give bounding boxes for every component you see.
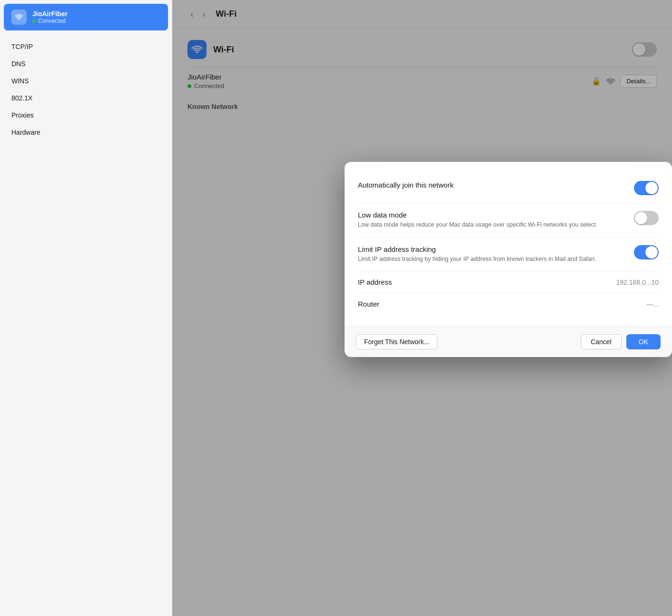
app-window: 🔍 Mukesh Bhardwaj Apple ID xyxy=(0,0,672,616)
cancel-button[interactable]: Cancel xyxy=(581,334,622,349)
menu-item-proxies[interactable]: Proxies xyxy=(0,107,172,124)
router-row: Router —... xyxy=(358,293,659,315)
ip-address-label: IP address xyxy=(358,278,392,286)
ip-address-value: 192.168.0...10 xyxy=(616,278,659,286)
selected-network-item[interactable]: JioAirFiber Connected xyxy=(4,4,168,30)
auto-join-toggle[interactable] xyxy=(634,181,659,195)
modal-footer: Forget This Network... Cancel OK xyxy=(345,326,672,357)
router-label: Router xyxy=(358,300,379,308)
low-data-info: Low data mode Low data mode helps reduce… xyxy=(358,211,634,229)
menu-item-wins[interactable]: WINS xyxy=(0,72,172,89)
selected-network-status-row: Connected xyxy=(32,18,68,24)
network-list-panel: JioAirFiber Connected TCP/IP DNS WINS 80… xyxy=(0,0,172,616)
menu-item-dns[interactable]: DNS xyxy=(0,55,172,72)
modal-body: Automatically join this network Low data… xyxy=(345,162,672,326)
low-data-description: Low data mode helps reduce your Mac data… xyxy=(358,221,626,229)
forget-network-button[interactable]: Forget This Network... xyxy=(356,334,437,349)
router-value: —... xyxy=(646,300,659,308)
overlay: JioAirFiber Connected TCP/IP DNS WINS 80… xyxy=(0,0,672,616)
menu-item-tcpip[interactable]: TCP/IP xyxy=(0,38,172,55)
auto-join-info: Automatically join this network xyxy=(358,181,634,191)
network-menu-list: TCP/IP DNS WINS 802.1X Proxies Hardware xyxy=(0,34,172,145)
ip-address-row: IP address 192.168.0...10 xyxy=(358,271,659,293)
low-data-title: Low data mode xyxy=(358,211,626,219)
limit-ip-description: Limit IP address tracking by hiding your… xyxy=(358,255,626,264)
selected-network-name: JioAirFiber xyxy=(32,10,68,18)
auto-join-row: Automatically join this network xyxy=(358,173,659,203)
menu-item-8021x[interactable]: 802.1X xyxy=(0,89,172,107)
limit-ip-info: Limit IP address tracking Limit IP addre… xyxy=(358,245,634,264)
auto-join-title: Automatically join this network xyxy=(358,181,626,189)
selected-status-dot xyxy=(32,20,36,23)
limit-ip-toggle[interactable] xyxy=(634,245,659,259)
low-data-toggle[interactable] xyxy=(634,211,659,225)
ok-button[interactable]: OK xyxy=(626,334,661,349)
selected-network-status-text: Connected xyxy=(38,18,66,24)
selected-network-info: JioAirFiber Connected xyxy=(32,10,68,24)
limit-ip-title: Limit IP address tracking xyxy=(358,245,626,253)
selected-network-wifi-icon xyxy=(11,10,27,25)
low-data-toggle-knob xyxy=(635,212,647,224)
limit-ip-toggle-knob xyxy=(645,246,658,258)
modal-dialog: Automatically join this network Low data… xyxy=(345,162,672,357)
auto-join-toggle-knob xyxy=(645,182,658,194)
menu-item-hardware[interactable]: Hardware xyxy=(0,124,172,141)
footer-right-buttons: Cancel OK xyxy=(581,334,661,349)
low-data-row: Low data mode Low data mode helps reduce… xyxy=(358,203,659,238)
limit-ip-row: Limit IP address tracking Limit IP addre… xyxy=(358,238,659,272)
